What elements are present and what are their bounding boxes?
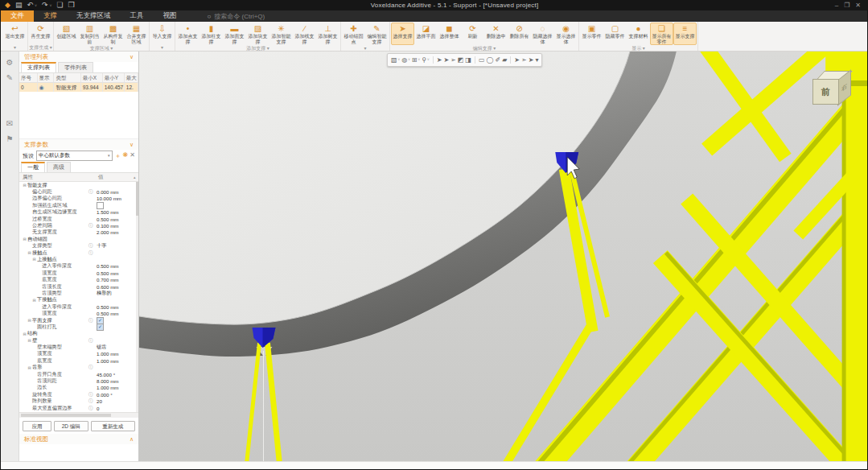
- restore-button[interactable]: ❐: [844, 2, 849, 9]
- tree-expander-icon[interactable]: ⊟: [22, 332, 27, 336]
- view-orientation-icon[interactable]: ▧: [391, 55, 397, 65]
- copy-to-current-button[interactable]: ▥复制到当前: [78, 23, 101, 45]
- property-value[interactable]: 0.500 mm: [97, 216, 119, 222]
- add-point-support-button[interactable]: •添加点支撑: [176, 23, 200, 45]
- property-value[interactable]: 10.000 mm: [97, 196, 121, 201]
- property-value[interactable]: 0: [97, 406, 99, 411]
- select-solid-button[interactable]: ◼选择整体: [438, 23, 461, 45]
- view-cube[interactable]: 右 前: [812, 71, 856, 109]
- property-row[interactable]: 齿顶长度0.600 mm: [19, 283, 138, 290]
- delete-all-button[interactable]: ⊘删除所有: [508, 23, 531, 45]
- tab-tools[interactable]: 工具: [121, 10, 154, 22]
- hide-selection-button[interactable]: ◌隐藏选择体: [531, 23, 554, 45]
- select-pointer-icon[interactable]: ➤: [437, 55, 442, 65]
- show-all-parts-button[interactable]: ❏显示所有零件: [650, 23, 673, 45]
- show-part-button[interactable]: ▣显示零件: [580, 23, 603, 45]
- regenerate-support-button[interactable]: ⟳再生支撑: [29, 23, 52, 44]
- property-value[interactable]: 1.000 mm: [97, 351, 119, 357]
- tree-expander-icon[interactable]: ⊟: [31, 257, 37, 262]
- property-row[interactable]: ⊟上接触点: [19, 256, 138, 262]
- select-body-icon[interactable]: ◨: [465, 55, 471, 65]
- add-block-support-button[interactable]: ▨添加块支撑: [246, 23, 269, 45]
- property-row[interactable]: ⊟结构: [19, 331, 138, 337]
- add-smart-support-button[interactable]: ✳添加智能支撑: [269, 23, 293, 45]
- apply-button[interactable]: 应用: [23, 421, 51, 431]
- horizontal-scrollbar[interactable]: [19, 413, 138, 418]
- property-row[interactable]: 顶宽度0.500 mm: [19, 270, 138, 276]
- refresh-button[interactable]: ⟳刷新: [461, 23, 484, 45]
- property-value[interactable]: 0.000 mm: [97, 189, 119, 195]
- tree-expander-icon[interactable]: ⊟: [27, 318, 32, 323]
- regenerate-button[interactable]: 重新生成: [91, 421, 136, 431]
- message-icon[interactable]: ✉: [6, 119, 13, 128]
- tab-support-list[interactable]: 支撑列表: [21, 62, 56, 72]
- preset-settings-button[interactable]: ❋: [123, 151, 129, 160]
- property-value[interactable]: 梯形的: [97, 290, 112, 297]
- property-value[interactable]: 0.500 mm: [97, 311, 119, 316]
- property-row[interactable]: 进入零件深度0.500 mm: [19, 303, 138, 310]
- edit-icon[interactable]: ✎: [6, 73, 13, 82]
- property-value[interactable]: 0.000 °: [97, 392, 113, 398]
- tab-no-support-region[interactable]: 无支撑区域: [67, 10, 121, 22]
- property-value[interactable]: 45.000 °: [97, 372, 115, 377]
- dropdown-caret-icon[interactable]: ˅: [35, 3, 37, 8]
- support-table-empty-area[interactable]: [19, 92, 138, 139]
- lasso-select-icon[interactable]: ✐: [495, 55, 500, 65]
- render-mode-icon[interactable]: ◍: [401, 55, 407, 65]
- property-value[interactable]: 0.500 mm: [97, 270, 119, 276]
- property-value[interactable]: 1.000 mm: [97, 385, 119, 390]
- property-value[interactable]: 1.000 mm: [97, 358, 119, 364]
- visibility-eye-icon[interactable]: ◉: [39, 85, 44, 90]
- tree-expander-icon[interactable]: ⊟: [27, 338, 32, 343]
- tab-file[interactable]: 文件: [1, 10, 34, 22]
- delete-selected-button[interactable]: ✕删除选中: [484, 23, 508, 45]
- select-add-icon[interactable]: ➤: [443, 55, 449, 65]
- select-filter-icon[interactable]: ➣: [521, 55, 527, 65]
- property-value[interactable]: 十字: [97, 242, 106, 249]
- property-row[interactable]: 底宽度0.700 mm: [19, 276, 138, 282]
- select-part-icon[interactable]: ➢: [450, 55, 456, 65]
- command-search[interactable]: ○ 搜索命令 (Ctrl+Q): [208, 10, 265, 22]
- select-highlight-icon[interactable]: ➤: [529, 55, 534, 65]
- tree-expander-icon[interactable]: ⊟: [27, 365, 32, 370]
- add-tree-support-button[interactable]: ⊥添加树支撑: [316, 23, 339, 45]
- zoom-icon[interactable]: ⚲: [422, 55, 426, 65]
- dropdown-caret-icon[interactable]: ˅: [49, 3, 51, 8]
- add-line-support-button[interactable]: ∕添加线支撑: [293, 23, 316, 45]
- property-value[interactable]: 0.100 mm: [97, 223, 119, 229]
- toolbar-more-icon[interactable]: ▾: [535, 55, 538, 65]
- show-selection-button[interactable]: ◉显示选择体: [554, 23, 578, 45]
- copy-from-part-button[interactable]: ▩从构件复制: [101, 23, 125, 45]
- close-button[interactable]: ✕: [855, 2, 861, 9]
- scroll-up-icon[interactable]: ▴: [134, 173, 138, 181]
- property-value[interactable]: 0.600 mm: [97, 284, 119, 290]
- table-row[interactable]: 0◉智能支撑93.944140.45712.: [19, 83, 138, 92]
- property-checkbox[interactable]: ✓: [97, 324, 104, 331]
- property-value[interactable]: 锯齿: [97, 344, 106, 351]
- redo-icon[interactable]: ↷: [42, 2, 48, 9]
- dropdown-caret-icon[interactable]: ˅: [418, 58, 421, 62]
- property-value[interactable]: 1.500 mm: [97, 209, 119, 215]
- save-icon[interactable]: ▤: [15, 2, 23, 9]
- tab-general[interactable]: 一般: [21, 162, 45, 172]
- preset-select[interactable]: 中心默认参数 ▾: [36, 150, 113, 161]
- viewport-3d[interactable]: ▧˅◍˅⊞˅⚲˅➤➤➢◩◨▭◯✐▰➤➣➤▾ 右 前: [139, 52, 867, 461]
- exit-support-button[interactable]: ↩退出支撑: [3, 23, 27, 44]
- property-value[interactable]: 0.500 mm: [97, 304, 119, 310]
- property-checkbox[interactable]: [97, 202, 104, 209]
- property-value[interactable]: 0.500 mm: [97, 263, 119, 269]
- flag-icon[interactable]: ⚑: [6, 134, 14, 143]
- dropdown-caret-icon[interactable]: ˅: [408, 58, 410, 62]
- tab-support[interactable]: 支撑: [34, 10, 67, 22]
- view-cube-front-face[interactable]: 前: [812, 79, 839, 105]
- tree-expander-icon[interactable]: ⊟: [27, 250, 32, 255]
- dropdown-caret-icon[interactable]: ˅: [427, 58, 430, 62]
- add-preset-button[interactable]: ＋: [115, 151, 121, 160]
- add-surface-support-button[interactable]: ▬添加面支撑: [223, 23, 246, 45]
- create-region-button[interactable]: ▧创建区域: [55, 23, 78, 45]
- property-row[interactable]: 最大竖直偏置边界ⓘ0: [19, 405, 138, 411]
- rect-select-icon[interactable]: ▭: [479, 55, 485, 65]
- tab-part-list[interactable]: 零件列表: [58, 62, 93, 72]
- new-file-icon[interactable]: ❏: [56, 2, 63, 9]
- property-value[interactable]: 20: [97, 398, 102, 404]
